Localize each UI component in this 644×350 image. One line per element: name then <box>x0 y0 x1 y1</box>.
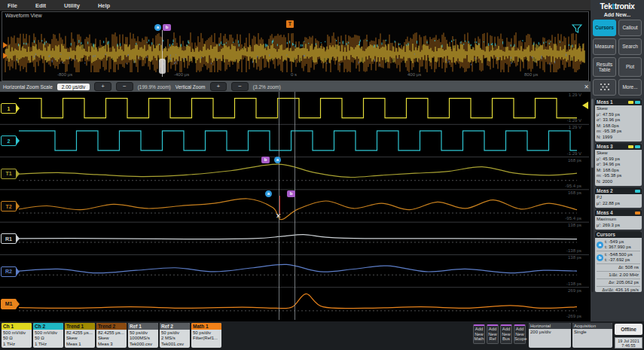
cursors-badge-body: at: -549 μst: 367.990 psbt: -548.500 μst… <box>595 238 642 292</box>
channel-handle-trend1[interactable]: T1 <box>1 169 17 179</box>
channel-handle-label: T2 <box>5 204 11 209</box>
source-chip <box>635 190 640 193</box>
channel-handle-label: R1 <box>5 236 12 242</box>
sidebar-button-measure[interactable]: Measure <box>593 38 616 55</box>
scale-label-top: 168 ps <box>550 158 581 163</box>
cursor-b-line[interactable] <box>295 92 295 320</box>
menu-edit[interactable]: Edit <box>35 2 46 9</box>
meas-badge-meas-4[interactable]: Meas 4Maximumμ': 269.3 ps <box>595 209 642 230</box>
meas-value-line: M: 168.0ps <box>597 168 640 174</box>
badge-line: 2 MS/s <box>161 336 188 341</box>
sidebar-button-plot[interactable]: Plot <box>618 57 642 77</box>
clip-indicator-icon <box>3 42 8 48</box>
channel-handle-ch2[interactable]: 2 <box>1 135 17 146</box>
add-new-scope-button[interactable]: Add New Scope <box>514 324 526 344</box>
channel-handle-ch1[interactable]: 1 <box>1 103 17 114</box>
cursor-b-marker[interactable]: b <box>287 190 295 197</box>
tektronix-logo: Tekttronix <box>591 2 644 11</box>
badge-line: Tek000.csv <box>130 342 157 347</box>
menu-help[interactable]: Help <box>98 2 110 9</box>
v-zoom-plus-button[interactable]: + <box>210 82 227 91</box>
meas-badge-meas-3[interactable]: Meas 3Skewμ': 45.99 psσ': 34.96 psM: 168… <box>595 143 642 186</box>
meas-badge-meas-1[interactable]: Meas 1Skewμ': 47.59 psσ': 33.96 psM: 168… <box>595 99 642 142</box>
add-new-math-button[interactable]: Add New Math <box>473 324 485 344</box>
cursor-a-marker[interactable]: a <box>265 190 272 197</box>
cursors-badge-header: Cursors <box>595 231 642 238</box>
offline-button[interactable]: Offline <box>615 324 642 335</box>
badge-line: Skew <box>66 336 93 341</box>
sidebar-button-callout[interactable]: Callout <box>618 20 642 36</box>
overview-zoom-grab-handle[interactable] <box>159 59 166 74</box>
channel-handle-math1[interactable]: M1 <box>1 299 17 309</box>
trigger-position-marker[interactable]: T <box>286 20 294 28</box>
meas-badge-body: Maximumμ': 269.3 ps <box>595 216 642 229</box>
sidebar-button-results-table[interactable]: Results Table <box>593 57 616 77</box>
channel-handle-ref2[interactable]: R2 <box>1 266 17 277</box>
search-funnel-icon[interactable] <box>572 24 582 33</box>
badge-ref-1[interactable]: Ref 150 ps/div1000MS/sTek000.csv <box>128 323 158 348</box>
badge-header: Ref 2 <box>160 323 190 330</box>
menu-bar: FileEditUtilityHelp <box>0 0 606 11</box>
v-zoom-minus-button[interactable]: − <box>231 82 249 91</box>
mask-icon <box>600 83 610 92</box>
cursor-b-marker[interactable]: b <box>261 157 270 163</box>
sidebar-button-more-[interactable]: More... <box>618 79 642 96</box>
meas-value-line: σ': 33.96 ps <box>597 117 640 123</box>
h-zoom-scale-label: Horizontal Zoom Scale <box>3 84 53 90</box>
chips <box>627 145 640 148</box>
badge-line: Tek001.csv <box>161 342 188 347</box>
badge-ch-2[interactable]: Ch 2500 mV/div50 Ω1 THz <box>33 323 63 348</box>
badge-line: 50 ps/div <box>130 330 157 336</box>
badge-math-1[interactable]: Math 150 ps/divFilter(Ref1... <box>191 323 221 348</box>
meas-value-line: μ': 22.88 ps <box>597 201 640 207</box>
badge-trend-1[interactable]: Trend 182.4255 μs...SkewMeas 1 <box>65 323 95 348</box>
add-new-ref-button[interactable]: Add New Ref <box>487 324 499 344</box>
cursor-cross-marker[interactable]: ✕ <box>276 212 282 220</box>
cursor-b-marker[interactable]: b <box>163 24 171 31</box>
cursor-a-marker[interactable]: a <box>274 157 281 163</box>
sidebar-button-search[interactable]: Search <box>618 38 642 55</box>
overview-axis-tick: 0 s <box>291 72 297 77</box>
sidebar-scrollbar-thumb[interactable] <box>591 99 594 168</box>
meas-badge-header: Meas 2 <box>595 187 642 194</box>
h-zoom-scale-value[interactable]: 2.00 μs/div <box>57 84 90 90</box>
chips <box>633 212 640 215</box>
meas-value-line: Skew <box>597 106 640 112</box>
channel-handle-ref1[interactable]: R1 <box>1 233 17 244</box>
cursor-b-icon: b <box>597 254 603 261</box>
menu-file[interactable]: File <box>8 2 17 9</box>
trigger-level-arrow-icon[interactable] <box>582 102 588 109</box>
source-chip <box>635 101 640 104</box>
badge-ch-1[interactable]: Ch 1500 mV/div50 Ω1 THz <box>2 323 32 348</box>
mask-icon[interactable] <box>593 79 616 96</box>
right-sidebar: Tekttronix Add New... CursorsCalloutMeas… <box>591 0 644 321</box>
cursor-a-marker[interactable]: a <box>154 24 161 31</box>
h-zoom-minus-button[interactable]: − <box>116 82 133 91</box>
h-zoom-plus-button[interactable]: + <box>94 82 111 91</box>
badge-line: 1000MS/s <box>130 336 157 341</box>
waveform-overview[interactable]: Waveform View a b T -800 μs-400 μs0 s400… <box>2 11 589 81</box>
channel-handle-trend2[interactable]: T2 <box>1 201 17 212</box>
badge-ref-2[interactable]: Ref 250 ps/div2 MS/sTek001.csv <box>160 323 190 348</box>
badge-line: Meas 1 <box>66 342 93 347</box>
cursor-readout-row: bt: -548.500 μst: -37.692 ps <box>597 251 640 264</box>
badge-line: 1 THz <box>3 342 30 347</box>
meas-badge-meas-2[interactable]: Meas 2PJμ': 22.88 ps <box>595 187 642 208</box>
overview-noise-waveform <box>2 20 587 72</box>
sidebar-button-cursors[interactable]: Cursors <box>593 20 616 36</box>
add-new-bus-button[interactable]: Add New Bus <box>500 324 512 344</box>
scale-label-top: 269 ps <box>550 288 581 293</box>
cursor-a-icon: a <box>597 242 603 248</box>
scale-label-top: 168 ps <box>550 190 581 195</box>
acquisition-panel[interactable]: Acquisition Single <box>572 323 612 348</box>
badge-header: Math 1 <box>191 323 221 330</box>
waveform-view[interactable]: b a a b ✕ 11.29 V-1.29 V21.29 V-1.29 VT1… <box>0 92 589 320</box>
badge-trend-2[interactable]: Trend 282.4255 μs...SkewMeas 3 <box>96 323 127 348</box>
meas-value-line: Skew <box>597 151 640 157</box>
chips <box>627 101 640 104</box>
horizontal-panel[interactable]: Horizontal 200 μs/div <box>529 323 571 348</box>
badge-line: 50 Ω <box>3 336 30 341</box>
badge-header: Trend 2 <box>96 323 127 330</box>
menu-utility[interactable]: Utility <box>64 2 80 9</box>
cursors-badge[interactable]: Cursorsat: -549 μst: 367.990 psbt: -548.… <box>595 231 642 292</box>
